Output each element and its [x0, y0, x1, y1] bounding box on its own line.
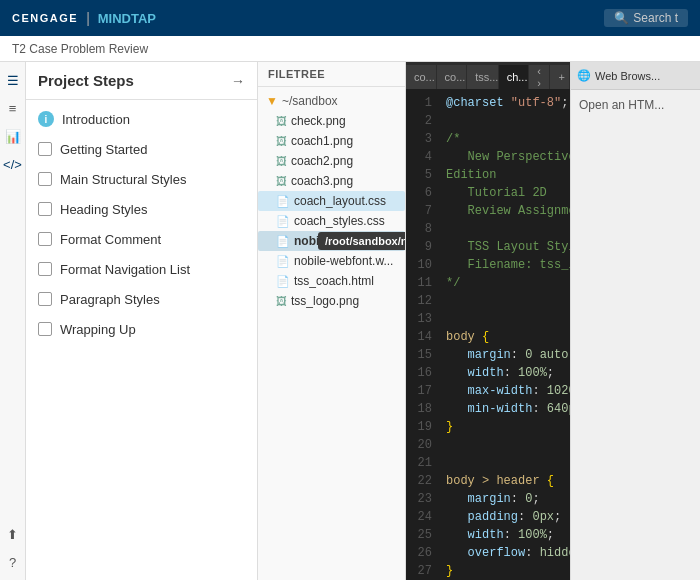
- panel-toggle-icon[interactable]: ☰: [3, 70, 23, 90]
- file-icon: 📄: [276, 215, 290, 228]
- file-name: check.png: [291, 114, 346, 128]
- step-checkbox[interactable]: [38, 172, 52, 186]
- steps-panel: Project Steps → i Introduction Getting S…: [26, 62, 258, 580]
- filetree-file-coach-layout-css[interactable]: 📄 coach_layout.css: [258, 191, 405, 211]
- filetree-folder[interactable]: ▼ ~/sandbox: [258, 91, 405, 111]
- step-label: Wrapping Up: [60, 322, 245, 337]
- filetree-file-coach3-png[interactable]: 🖼 coach3.png: [258, 171, 405, 191]
- filetree-panel: FILETREE ▼ ~/sandbox 🖼 check.png 🖼 coach…: [258, 62, 406, 580]
- folder-icon: ▼: [266, 94, 278, 108]
- code-line: Filename: tss_layout.css: [446, 256, 562, 274]
- file-name: coach2.png: [291, 154, 353, 168]
- line-number: 4: [412, 148, 432, 166]
- code-line: New Perspectives on HTML5 and CSS3, 7th: [446, 148, 562, 166]
- filetree-header: FILETREE: [258, 62, 405, 87]
- line-number: 1: [412, 94, 432, 112]
- code-line: body > header {: [446, 472, 562, 490]
- editor-tab-plus[interactable]: +: [550, 65, 570, 89]
- line-number: 5: [412, 166, 432, 184]
- file-icon: 🖼: [276, 115, 287, 127]
- line-number: 20: [412, 436, 432, 454]
- file-icon: 🖼: [276, 155, 287, 167]
- step-checkbox[interactable]: [38, 292, 52, 306]
- line-number: 23: [412, 490, 432, 508]
- folder-name: ~/sandbox: [282, 94, 338, 108]
- code-line: */: [446, 274, 562, 292]
- line-number: 21: [412, 454, 432, 472]
- line-number: 22: [412, 472, 432, 490]
- subbar: T2 Case Problem Review: [0, 36, 700, 62]
- browser-tab-label: Web Brows...: [595, 70, 660, 82]
- step-label: Main Structural Styles: [60, 172, 245, 187]
- step-wrapping-up[interactable]: Wrapping Up: [26, 314, 257, 344]
- code-line: overflow: hidden;: [446, 544, 562, 562]
- line-number: 18: [412, 400, 432, 418]
- back-arrow[interactable]: →: [231, 73, 245, 89]
- browser-tab-header[interactable]: 🌐 Web Brows...: [571, 62, 700, 90]
- code-line: /*: [446, 130, 562, 148]
- line-number: 16: [412, 364, 432, 382]
- editor-tab-co1[interactable]: co... ✕: [406, 65, 437, 89]
- code-line: Tutorial 2D: [446, 184, 562, 202]
- filetree-file-coach-styles-css[interactable]: 📄 coach_styles.css: [258, 211, 405, 231]
- step-checkbox[interactable]: [38, 262, 52, 276]
- line-number: 19: [412, 418, 432, 436]
- browser-content: Open an HTM...: [571, 90, 700, 120]
- step-label: Format Comment: [60, 232, 245, 247]
- code-line: body {: [446, 328, 562, 346]
- step-checkbox[interactable]: [38, 202, 52, 216]
- file-icon: 🖼: [276, 175, 287, 187]
- step-info-icon: i: [38, 111, 54, 127]
- tab-label: co...: [414, 71, 435, 83]
- tab-label: tss...: [475, 71, 498, 83]
- step-checkbox[interactable]: [38, 142, 52, 156]
- step-format-comment[interactable]: Format Comment: [26, 224, 257, 254]
- step-checkbox[interactable]: [38, 232, 52, 246]
- filetree-file-tss-coach-html[interactable]: 📄 tss_coach.html: [258, 271, 405, 291]
- code-line: Edition: [446, 166, 562, 184]
- code-line: TSS Layout Styles: [446, 238, 562, 256]
- step-format-nav-list[interactable]: Format Navigation List: [26, 254, 257, 284]
- help-icon[interactable]: ?: [3, 552, 23, 572]
- code-line: }: [446, 418, 562, 436]
- filetree-file-nobile-webfont-ttf[interactable]: 📄 nobile-webfont.ttf /root/sandbox/nobil…: [258, 231, 405, 251]
- step-main-structural[interactable]: Main Structural Styles: [26, 164, 257, 194]
- step-introduction[interactable]: i Introduction: [26, 104, 257, 134]
- line-number: 13: [412, 310, 432, 328]
- editor-tab-tss[interactable]: tss... ✕: [467, 65, 499, 89]
- line-number: 24: [412, 508, 432, 526]
- code-icon[interactable]: </>: [3, 154, 23, 174]
- editor-tab-ch[interactable]: ch... ✕: [499, 65, 530, 89]
- steps-icon[interactable]: ≡: [3, 98, 23, 118]
- filetree-file-coach1-png[interactable]: 🖼 coach1.png: [258, 131, 405, 151]
- step-checkbox[interactable]: [38, 322, 52, 336]
- line-number: 15: [412, 346, 432, 364]
- code-line: min-width: 640px;: [446, 400, 562, 418]
- filetree-file-check-png[interactable]: 🖼 check.png: [258, 111, 405, 131]
- code-line: [446, 112, 562, 130]
- line-number: 2: [412, 112, 432, 130]
- line-number: 26: [412, 544, 432, 562]
- code-editor[interactable]: 1234567891011121314151617181920212223242…: [406, 90, 570, 580]
- step-getting-started[interactable]: Getting Started: [26, 134, 257, 164]
- filetree-content: ▼ ~/sandbox 🖼 check.png 🖼 coach1.png 🖼 c…: [258, 87, 405, 580]
- filetree-file-coach2-png[interactable]: 🖼 coach2.png: [258, 151, 405, 171]
- code-content[interactable]: @charset "utf-8"; /* New Perspectives on…: [438, 90, 570, 580]
- step-paragraph-styles[interactable]: Paragraph Styles: [26, 284, 257, 314]
- share-icon[interactable]: ⬆: [3, 524, 23, 544]
- chart-icon[interactable]: 📊: [3, 126, 23, 146]
- line-number: 25: [412, 526, 432, 544]
- filetree-file-tss-logo-png[interactable]: 🖼 tss_logo.png: [258, 291, 405, 311]
- filetree-file-nobile-webfont-w[interactable]: 📄 nobile-webfont.w...: [258, 251, 405, 271]
- code-line: [446, 436, 562, 454]
- editor-tab-co2[interactable]: co... ✕: [437, 65, 468, 89]
- line-number: 10: [412, 256, 432, 274]
- line-number: 7: [412, 202, 432, 220]
- code-line: [446, 310, 562, 328]
- browser-open-label: Open an HTM...: [579, 98, 664, 112]
- search-area[interactable]: 🔍 Search t: [604, 9, 688, 27]
- editor-area: co... ✕ co... ✕ tss... ✕ ch... ✕ ‹ › +: [406, 62, 570, 580]
- step-heading-styles[interactable]: Heading Styles: [26, 194, 257, 224]
- cengage-logo: CENGAGE: [12, 12, 78, 24]
- editor-tab-more[interactable]: ‹ ›: [529, 65, 550, 89]
